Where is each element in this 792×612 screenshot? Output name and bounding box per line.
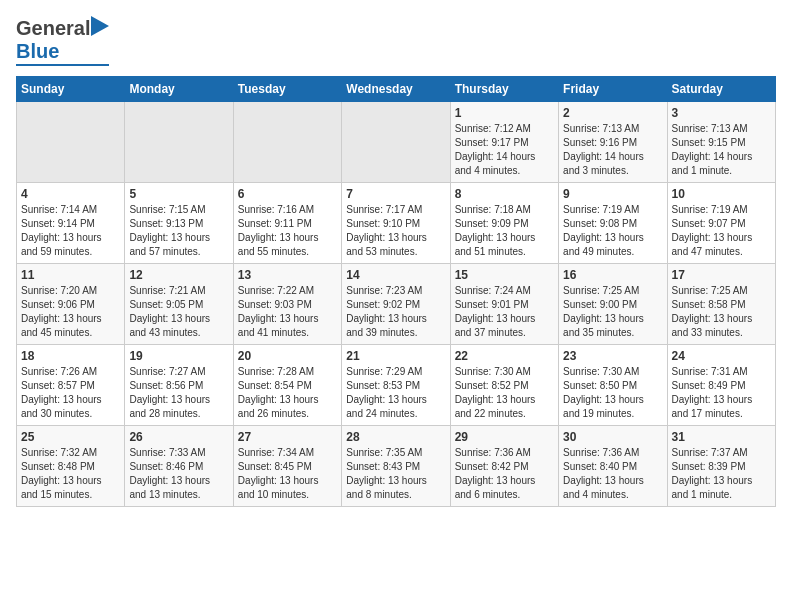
day-number: 11: [21, 268, 120, 282]
day-info: Sunrise: 7:19 AM Sunset: 9:08 PM Dayligh…: [563, 203, 662, 259]
calendar-cell: 25Sunrise: 7:32 AM Sunset: 8:48 PM Dayli…: [17, 426, 125, 507]
calendar-cell: 5Sunrise: 7:15 AM Sunset: 9:13 PM Daylig…: [125, 183, 233, 264]
day-info: Sunrise: 7:20 AM Sunset: 9:06 PM Dayligh…: [21, 284, 120, 340]
day-info: Sunrise: 7:26 AM Sunset: 8:57 PM Dayligh…: [21, 365, 120, 421]
calendar-cell: 2Sunrise: 7:13 AM Sunset: 9:16 PM Daylig…: [559, 102, 667, 183]
day-number: 7: [346, 187, 445, 201]
day-number: 16: [563, 268, 662, 282]
day-info: Sunrise: 7:14 AM Sunset: 9:14 PM Dayligh…: [21, 203, 120, 259]
calendar-cell: 16Sunrise: 7:25 AM Sunset: 9:00 PM Dayli…: [559, 264, 667, 345]
day-number: 4: [21, 187, 120, 201]
calendar-cell: 1Sunrise: 7:12 AM Sunset: 9:17 PM Daylig…: [450, 102, 558, 183]
day-info: Sunrise: 7:16 AM Sunset: 9:11 PM Dayligh…: [238, 203, 337, 259]
day-info: Sunrise: 7:30 AM Sunset: 8:52 PM Dayligh…: [455, 365, 554, 421]
day-info: Sunrise: 7:25 AM Sunset: 9:00 PM Dayligh…: [563, 284, 662, 340]
calendar-header-row: SundayMondayTuesdayWednesdayThursdayFrid…: [17, 77, 776, 102]
logo: General Blue: [16, 16, 109, 66]
day-number: 9: [563, 187, 662, 201]
calendar-cell: 27Sunrise: 7:34 AM Sunset: 8:45 PM Dayli…: [233, 426, 341, 507]
calendar-week-row: 18Sunrise: 7:26 AM Sunset: 8:57 PM Dayli…: [17, 345, 776, 426]
calendar-cell: 8Sunrise: 7:18 AM Sunset: 9:09 PM Daylig…: [450, 183, 558, 264]
day-info: Sunrise: 7:36 AM Sunset: 8:40 PM Dayligh…: [563, 446, 662, 502]
calendar-cell: 14Sunrise: 7:23 AM Sunset: 9:02 PM Dayli…: [342, 264, 450, 345]
calendar-cell: [17, 102, 125, 183]
calendar-cell: 12Sunrise: 7:21 AM Sunset: 9:05 PM Dayli…: [125, 264, 233, 345]
col-header-sunday: Sunday: [17, 77, 125, 102]
calendar-cell: 23Sunrise: 7:30 AM Sunset: 8:50 PM Dayli…: [559, 345, 667, 426]
day-info: Sunrise: 7:32 AM Sunset: 8:48 PM Dayligh…: [21, 446, 120, 502]
day-number: 25: [21, 430, 120, 444]
day-number: 29: [455, 430, 554, 444]
day-number: 26: [129, 430, 228, 444]
logo-general-text: General: [16, 17, 90, 40]
logo-arrow-icon: [91, 16, 109, 36]
day-info: Sunrise: 7:36 AM Sunset: 8:42 PM Dayligh…: [455, 446, 554, 502]
day-info: Sunrise: 7:23 AM Sunset: 9:02 PM Dayligh…: [346, 284, 445, 340]
day-number: 24: [672, 349, 771, 363]
day-info: Sunrise: 7:31 AM Sunset: 8:49 PM Dayligh…: [672, 365, 771, 421]
day-number: 3: [672, 106, 771, 120]
day-info: Sunrise: 7:21 AM Sunset: 9:05 PM Dayligh…: [129, 284, 228, 340]
col-header-monday: Monday: [125, 77, 233, 102]
svg-marker-0: [91, 16, 109, 36]
calendar-cell: [125, 102, 233, 183]
calendar-week-row: 4Sunrise: 7:14 AM Sunset: 9:14 PM Daylig…: [17, 183, 776, 264]
calendar-cell: 31Sunrise: 7:37 AM Sunset: 8:39 PM Dayli…: [667, 426, 775, 507]
day-info: Sunrise: 7:22 AM Sunset: 9:03 PM Dayligh…: [238, 284, 337, 340]
day-number: 15: [455, 268, 554, 282]
col-header-wednesday: Wednesday: [342, 77, 450, 102]
day-info: Sunrise: 7:35 AM Sunset: 8:43 PM Dayligh…: [346, 446, 445, 502]
day-number: 30: [563, 430, 662, 444]
day-number: 14: [346, 268, 445, 282]
day-info: Sunrise: 7:30 AM Sunset: 8:50 PM Dayligh…: [563, 365, 662, 421]
day-info: Sunrise: 7:15 AM Sunset: 9:13 PM Dayligh…: [129, 203, 228, 259]
col-header-saturday: Saturday: [667, 77, 775, 102]
day-info: Sunrise: 7:25 AM Sunset: 8:58 PM Dayligh…: [672, 284, 771, 340]
day-number: 13: [238, 268, 337, 282]
day-number: 28: [346, 430, 445, 444]
day-number: 18: [21, 349, 120, 363]
col-header-tuesday: Tuesday: [233, 77, 341, 102]
day-number: 1: [455, 106, 554, 120]
calendar-cell: 4Sunrise: 7:14 AM Sunset: 9:14 PM Daylig…: [17, 183, 125, 264]
calendar-cell: 19Sunrise: 7:27 AM Sunset: 8:56 PM Dayli…: [125, 345, 233, 426]
calendar-cell: 11Sunrise: 7:20 AM Sunset: 9:06 PM Dayli…: [17, 264, 125, 345]
calendar-week-row: 11Sunrise: 7:20 AM Sunset: 9:06 PM Dayli…: [17, 264, 776, 345]
day-number: 5: [129, 187, 228, 201]
day-number: 23: [563, 349, 662, 363]
day-info: Sunrise: 7:17 AM Sunset: 9:10 PM Dayligh…: [346, 203, 445, 259]
calendar-cell: 21Sunrise: 7:29 AM Sunset: 8:53 PM Dayli…: [342, 345, 450, 426]
calendar-cell: 3Sunrise: 7:13 AM Sunset: 9:15 PM Daylig…: [667, 102, 775, 183]
day-number: 6: [238, 187, 337, 201]
day-number: 10: [672, 187, 771, 201]
day-number: 22: [455, 349, 554, 363]
calendar-cell: 15Sunrise: 7:24 AM Sunset: 9:01 PM Dayli…: [450, 264, 558, 345]
calendar-cell: 30Sunrise: 7:36 AM Sunset: 8:40 PM Dayli…: [559, 426, 667, 507]
day-number: 31: [672, 430, 771, 444]
calendar-cell: 18Sunrise: 7:26 AM Sunset: 8:57 PM Dayli…: [17, 345, 125, 426]
calendar-cell: 29Sunrise: 7:36 AM Sunset: 8:42 PM Dayli…: [450, 426, 558, 507]
day-info: Sunrise: 7:19 AM Sunset: 9:07 PM Dayligh…: [672, 203, 771, 259]
calendar-week-row: 25Sunrise: 7:32 AM Sunset: 8:48 PM Dayli…: [17, 426, 776, 507]
calendar-cell: 13Sunrise: 7:22 AM Sunset: 9:03 PM Dayli…: [233, 264, 341, 345]
calendar-cell: 20Sunrise: 7:28 AM Sunset: 8:54 PM Dayli…: [233, 345, 341, 426]
logo-blue-text: Blue: [16, 40, 59, 63]
calendar-cell: 7Sunrise: 7:17 AM Sunset: 9:10 PM Daylig…: [342, 183, 450, 264]
day-info: Sunrise: 7:28 AM Sunset: 8:54 PM Dayligh…: [238, 365, 337, 421]
day-number: 21: [346, 349, 445, 363]
day-number: 17: [672, 268, 771, 282]
day-number: 20: [238, 349, 337, 363]
day-info: Sunrise: 7:18 AM Sunset: 9:09 PM Dayligh…: [455, 203, 554, 259]
calendar-cell: [233, 102, 341, 183]
day-number: 12: [129, 268, 228, 282]
calendar-cell: 10Sunrise: 7:19 AM Sunset: 9:07 PM Dayli…: [667, 183, 775, 264]
day-info: Sunrise: 7:13 AM Sunset: 9:16 PM Dayligh…: [563, 122, 662, 178]
calendar-cell: 22Sunrise: 7:30 AM Sunset: 8:52 PM Dayli…: [450, 345, 558, 426]
page-header: General Blue: [16, 16, 776, 66]
day-info: Sunrise: 7:29 AM Sunset: 8:53 PM Dayligh…: [346, 365, 445, 421]
day-info: Sunrise: 7:34 AM Sunset: 8:45 PM Dayligh…: [238, 446, 337, 502]
calendar-cell: 28Sunrise: 7:35 AM Sunset: 8:43 PM Dayli…: [342, 426, 450, 507]
col-header-thursday: Thursday: [450, 77, 558, 102]
day-info: Sunrise: 7:33 AM Sunset: 8:46 PM Dayligh…: [129, 446, 228, 502]
calendar-cell: 17Sunrise: 7:25 AM Sunset: 8:58 PM Dayli…: [667, 264, 775, 345]
